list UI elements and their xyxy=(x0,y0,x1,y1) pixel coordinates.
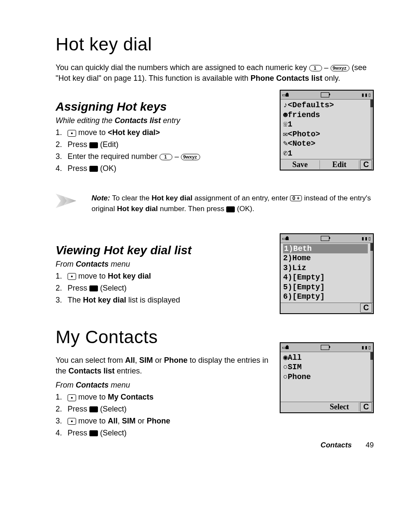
subheading-assigning: Assigning Hot keys xyxy=(56,100,269,114)
scroll-thumb xyxy=(370,100,373,107)
lead-text: From xyxy=(56,381,76,389)
step: Press (Select) xyxy=(64,282,269,294)
lead-text: While editing the xyxy=(56,116,115,125)
battery-icon xyxy=(321,345,329,350)
section-title-mycontacts: My Contacts xyxy=(56,327,269,347)
p-text: , xyxy=(135,356,139,364)
signal-icon: ▮▮▯ xyxy=(361,91,371,98)
step-text: – xyxy=(172,152,181,161)
lead-bold: Contacts list xyxy=(115,116,161,125)
home-icon: ▭☗ xyxy=(282,91,289,98)
phone-softkeys: Save Edit C xyxy=(281,159,373,170)
step: Press (Edit) xyxy=(64,139,269,151)
view-lead: From Contacts menu xyxy=(56,260,269,269)
phone-screenshot-list: ▭☗ ▮▮▯ 1)Beth 2)Home 3)Liz 4)[Empty] 5)[… xyxy=(280,233,374,314)
p-bold: All xyxy=(125,356,135,364)
phone-row: ○SIM xyxy=(283,362,368,372)
signal-icon: ▮▮▯ xyxy=(361,344,371,351)
note-label: Note: xyxy=(92,194,110,202)
step-text: (Select) xyxy=(98,405,127,413)
intro-text: only. xyxy=(325,74,340,82)
step-text: (OK) xyxy=(98,164,116,173)
step-bold: My Contacts xyxy=(108,393,154,401)
nav-key-icon xyxy=(68,130,76,137)
step-text: Press xyxy=(68,164,89,173)
step-bold: Hot key dial xyxy=(108,272,151,280)
phone-row: ☏1 xyxy=(283,120,368,129)
nav-key-icon xyxy=(68,394,76,401)
phone-row: ○Phone xyxy=(283,372,368,382)
step-text: Press xyxy=(68,140,89,149)
softkey-clear: C xyxy=(360,402,372,412)
p-bold: SIM xyxy=(139,356,153,364)
step-text: move to xyxy=(76,393,108,401)
phone-status-bar: ▭☗ ▮▮▯ xyxy=(281,343,373,352)
page-footer: Contacts 49 xyxy=(321,441,374,450)
signal-icon: ▮▮▯ xyxy=(361,235,371,242)
assign-lead: While editing the Contacts list entry xyxy=(56,116,269,125)
step-text: (Select) xyxy=(98,429,127,437)
step-text: The xyxy=(68,296,83,304)
step-text: Press xyxy=(68,405,89,413)
phone-screenshot-edit: ▭☗ ▮▮▯ ♪<Defaults> ☻friends ☏1 ✉<Photo> … xyxy=(280,90,374,170)
page-title: Hot key dial xyxy=(56,34,374,55)
note-span: assignment of an entry, enter xyxy=(192,194,290,202)
footer-section: Contacts xyxy=(321,441,352,449)
center-key-icon xyxy=(89,285,98,291)
softkey-middle: Edit xyxy=(320,160,359,169)
step-text: Press xyxy=(68,284,89,292)
lead-text: menu xyxy=(109,260,130,268)
step-text: move to xyxy=(76,272,108,280)
phone-row: 3)Liz xyxy=(283,263,368,273)
softkey-clear: C xyxy=(360,303,372,313)
key-1-icon: 1 xyxy=(160,154,172,160)
p-text: You can select from xyxy=(56,356,125,364)
lead-bold: Contacts xyxy=(76,260,109,268)
phone-row: 6)[Empty] xyxy=(283,292,368,302)
softkey-clear: C xyxy=(360,160,372,170)
center-key-icon xyxy=(89,406,98,412)
phone-softkeys: C xyxy=(281,303,373,313)
step: move to <Hot key dial> xyxy=(64,127,269,139)
phone-body: ♪<Defaults> ☻friends ☏1 ✉<Photo> ✎<Note>… xyxy=(281,100,373,159)
step-bold: All xyxy=(108,417,118,425)
home-icon: ▭☗ xyxy=(282,344,289,351)
step-text: (Edit) xyxy=(98,140,118,149)
scroll-thumb xyxy=(370,352,373,360)
step-text: Enter the required number xyxy=(68,152,160,161)
p-bold: Phone xyxy=(164,356,187,364)
lead-text: entry xyxy=(161,116,180,125)
step: Press (Select) xyxy=(64,403,269,415)
step: Press (Select) xyxy=(64,427,269,439)
note-bold: Hot key dial xyxy=(117,205,158,213)
mycontacts-paragraph: You can select from All, SIM or Phone to… xyxy=(56,355,269,376)
center-key-icon xyxy=(89,166,98,172)
note-span: (OK). xyxy=(235,205,254,213)
step-bold: <Hot key dial> xyxy=(108,128,160,137)
lead-text: menu xyxy=(109,381,130,389)
phone-row: 5)[Empty] xyxy=(283,282,368,292)
step-text: , xyxy=(118,417,122,425)
mycontacts-lead: From Contacts menu xyxy=(56,381,269,390)
softkey-left: Save xyxy=(281,160,320,169)
note-span: number. Then press xyxy=(158,205,226,213)
step-text: move to xyxy=(76,417,108,425)
step-bold: Hot key dial xyxy=(83,296,126,304)
note-bold: Hot key dial xyxy=(151,194,192,202)
step: Press (OK) xyxy=(64,163,269,175)
p-bold: Contacts list xyxy=(68,367,115,375)
step-bold: SIM xyxy=(122,417,136,425)
lead-bold: Contacts xyxy=(76,381,109,389)
phone-row: ♪<Defaults> xyxy=(283,100,368,110)
phone-softkeys: Select C xyxy=(281,402,373,412)
phone-row: ☻friends xyxy=(283,110,368,120)
p-text: or xyxy=(153,356,164,364)
step: move to My Contacts xyxy=(64,391,269,403)
key-1-icon: 1 xyxy=(309,65,322,71)
phone-row-selected: 1)Beth xyxy=(283,244,368,254)
step-text: list is displayed xyxy=(126,296,180,304)
phone-row: 2)Home xyxy=(283,253,368,263)
step-bold: Phone xyxy=(147,417,170,425)
step-text: or xyxy=(136,417,147,425)
phone-row: ✉<Photo> xyxy=(283,129,368,139)
